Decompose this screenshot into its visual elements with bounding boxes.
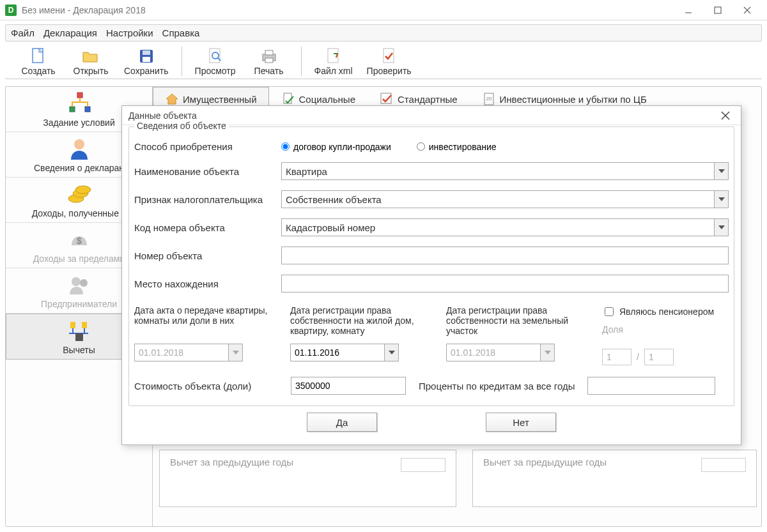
toolbar-print[interactable]: Печать xyxy=(250,47,288,76)
svg-text:$: $ xyxy=(77,236,82,246)
cost-input[interactable]: 3500000 xyxy=(291,377,406,395)
toolbar-xml[interactable]: Файл xml xyxy=(314,47,353,76)
share-numerator[interactable]: 1 xyxy=(602,349,631,365)
radio-investment[interactable]: инвестирование xyxy=(417,142,497,152)
share-denominator[interactable]: 1 xyxy=(644,349,674,365)
group-legend: Сведения об объекте xyxy=(134,121,229,131)
window-title: Без имени - Декларация 2018 xyxy=(22,5,146,15)
pensioner-checkbox-input[interactable] xyxy=(605,307,614,316)
chevron-down-icon xyxy=(714,219,728,236)
minimize-button[interactable] xyxy=(674,0,703,20)
chevron-down-icon xyxy=(228,344,242,361)
preview-icon xyxy=(206,47,225,66)
new-file-icon xyxy=(29,47,48,66)
reg-date-land-label: Дата регистрации права собственности на … xyxy=(446,305,587,344)
yes-button[interactable]: Да xyxy=(307,413,377,432)
dialog-title: Данные объекта xyxy=(128,110,197,121)
chevron-down-icon xyxy=(714,163,728,179)
close-button[interactable] xyxy=(732,0,762,20)
share-label: Доля xyxy=(602,324,729,335)
object-info-group: Сведения об объекте Способ приобретения … xyxy=(128,126,734,406)
menu-help[interactable]: Справка xyxy=(162,27,200,38)
object-name-label: Наименование объекта xyxy=(134,166,281,177)
open-folder-icon xyxy=(81,47,100,66)
reg-date-land-input[interactable]: 01.01.2018 xyxy=(446,344,555,361)
radio-purchase-contract[interactable]: договор купли-продажи xyxy=(281,142,391,152)
object-number-label: Номер объекта xyxy=(134,250,281,261)
radio-investment-input[interactable] xyxy=(417,142,425,151)
prev-years-input-right[interactable] xyxy=(701,458,746,472)
chevron-down-icon xyxy=(714,191,728,208)
acquisition-method-label: Способ приобретения xyxy=(134,141,281,152)
svg-rect-7 xyxy=(143,50,150,55)
menu-settings[interactable]: Настройки xyxy=(106,27,153,38)
svg-rect-17 xyxy=(77,93,82,98)
menu-declaration[interactable]: Декларация xyxy=(43,27,97,38)
svg-point-23 xyxy=(75,186,91,194)
taxpayer-sign-combo[interactable]: Собственник объекта xyxy=(281,190,729,208)
previous-years-right: Вычет за предыдущие годы xyxy=(472,450,757,507)
location-input[interactable] xyxy=(281,275,729,293)
menubar: Файл Декларация Настройки Справка xyxy=(5,24,762,42)
social-icon xyxy=(281,92,295,106)
previous-years-left: Вычет за предыдущие годы xyxy=(159,450,456,507)
object-number-input[interactable] xyxy=(281,247,729,264)
chevron-down-icon xyxy=(384,344,398,361)
xml-file-icon xyxy=(324,47,343,66)
reg-date-house-input[interactable]: 01.11.2016 xyxy=(290,344,399,361)
svg-rect-27 xyxy=(70,322,75,328)
toolbar: Создать Открыть Сохранить Просмотр Печат… xyxy=(5,42,762,79)
svg-rect-28 xyxy=(82,322,87,328)
interest-input[interactable] xyxy=(587,377,715,395)
maximize-button[interactable] xyxy=(703,0,732,20)
titlebar: D Без имени - Декларация 2018 xyxy=(0,0,767,20)
svg-rect-1 xyxy=(715,7,721,13)
object-name-combo[interactable]: Квартира xyxy=(281,162,729,180)
svg-text:20: 20 xyxy=(486,96,492,102)
act-date-label: Дата акта о передаче квартиры, комнаты и… xyxy=(134,305,275,344)
svg-rect-32 xyxy=(75,333,83,341)
pensioner-checkbox[interactable]: Являюсь пенсионером xyxy=(602,305,729,318)
toolbar-check[interactable]: Проверить xyxy=(367,47,412,76)
svg-rect-8 xyxy=(143,57,150,62)
interest-label: Проценты по кредитам за все годы xyxy=(419,381,575,391)
svg-rect-19 xyxy=(85,107,90,112)
svg-point-26 xyxy=(80,279,88,287)
svg-point-25 xyxy=(72,277,81,286)
svg-rect-13 xyxy=(265,50,273,55)
house-icon xyxy=(165,92,179,106)
toolbar-open[interactable]: Открыть xyxy=(72,47,110,76)
svg-rect-16 xyxy=(384,49,394,63)
object-code-combo[interactable]: Кадастровый номер xyxy=(281,218,729,236)
reg-date-house-label: Дата регистрации права собственности на … xyxy=(290,305,431,344)
svg-point-20 xyxy=(74,139,84,149)
object-data-dialog: Данные объекта Сведения об объекте Спосо… xyxy=(121,105,741,445)
check-icon xyxy=(380,47,399,66)
app-icon: D xyxy=(5,4,17,16)
printer-icon xyxy=(260,47,279,66)
toolbar-preview[interactable]: Просмотр xyxy=(195,47,236,76)
toolbar-create[interactable]: Создать xyxy=(19,47,58,76)
location-label: Место нахождения xyxy=(134,278,281,289)
svg-rect-18 xyxy=(70,107,75,112)
save-icon xyxy=(137,47,156,66)
act-date-input[interactable]: 01.01.2018 xyxy=(134,344,243,361)
taxpayer-sign-label: Признак налогоплательщика xyxy=(134,194,281,205)
toolbar-save[interactable]: Сохранить xyxy=(124,47,169,76)
svg-rect-14 xyxy=(265,58,273,63)
dialog-close-button[interactable] xyxy=(717,107,734,125)
chevron-down-icon xyxy=(540,344,554,361)
cost-label: Стоимость объекта (доли) xyxy=(134,381,278,391)
radio-purchase-input[interactable] xyxy=(281,142,290,151)
investment-icon: 20 xyxy=(482,92,496,106)
object-code-label: Код номера объекта xyxy=(134,222,281,233)
no-button[interactable]: Нет xyxy=(486,413,556,432)
standard-icon xyxy=(380,92,394,106)
prev-years-input-left[interactable] xyxy=(401,458,445,472)
menu-file[interactable]: Файл xyxy=(11,27,35,38)
